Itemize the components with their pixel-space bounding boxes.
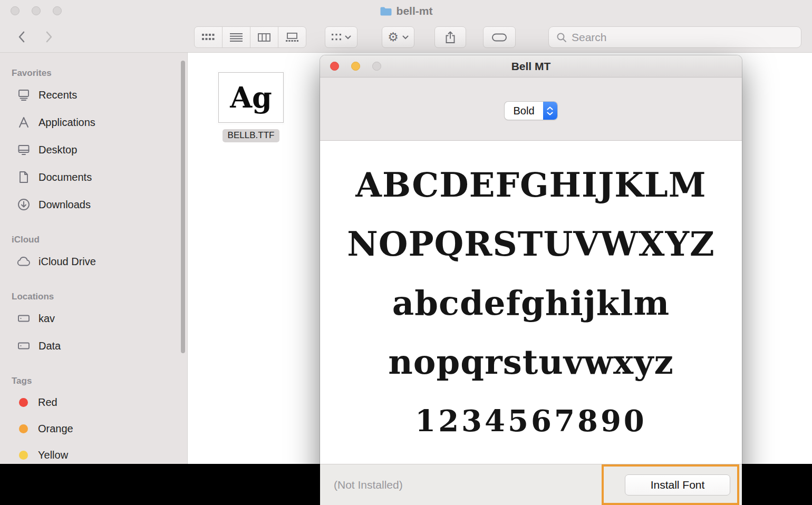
chevron-down-icon [345,35,351,40]
sidebar-item-recents[interactable]: Recents [0,81,187,109]
search-icon [556,32,567,43]
preview-line-lowercase-1: abcdefghijklm [320,273,742,332]
sidebar-tag-orange[interactable]: Orange [0,415,187,442]
tag-icon [492,33,507,42]
preview-line-numbers: 1234567890 [320,391,742,450]
sidebar-item-label: iCloud Drive [38,256,96,268]
recents-icon [17,88,31,102]
preview-line-uppercase-2: NOPQRSTUVWXYZ [320,214,742,273]
window-title: bell-mt [397,5,433,17]
section-title: Locations [0,289,187,305]
orange-tag-icon [19,424,28,433]
sidebar-item-label: Downloads [38,199,91,211]
font-window-toolbar: Bold [320,77,742,141]
desktop-icon [17,143,31,157]
column-view-button[interactable] [250,26,278,48]
preview-line-lowercase-2: nopqrstuvwxyz [320,332,742,391]
group-icon [332,34,341,41]
grid-view-icon [202,34,215,41]
sidebar-item-documents[interactable]: Documents [0,163,187,191]
gear-icon: ⚙ [388,31,399,43]
sidebar-section-favorites: Favorites Recents Applications Desktop [0,65,187,218]
sidebar-section-icloud: iCloud iCloud Drive [0,232,187,275]
icon-view-button[interactable] [194,26,223,48]
sidebar-item-kav[interactable]: kav [0,305,187,332]
install-font-button[interactable]: Install Font [625,474,730,496]
sidebar-item-label: Documents [38,171,92,183]
folder-icon [380,6,392,16]
thumbnail-glyphs: Ag [230,81,272,114]
group-button[interactable] [325,26,357,48]
font-window-titlebar: Bell MT [320,55,742,77]
documents-icon [17,170,31,184]
sidebar-item-label: Desktop [38,144,77,156]
search-field[interactable] [548,26,801,48]
gallery-view-icon [286,33,298,42]
sidebar-section-tags: Tags Red Orange Yellow [0,373,187,464]
finder-sidebar: Favorites Recents Applications Desktop [0,53,188,464]
back-button[interactable] [14,28,30,45]
sidebar-item-label: Yellow [38,449,68,461]
sidebar-item-data[interactable]: Data [0,332,187,360]
sidebar-section-locations: Locations kav Data [0,289,187,360]
sidebar-item-icloud-drive[interactable]: iCloud Drive [0,248,187,275]
sidebar-tag-red[interactable]: Red [0,389,187,415]
sidebar-scrollbar[interactable] [181,61,185,353]
list-view-icon [230,33,243,42]
disk-icon [17,312,31,325]
section-title: iCloud [0,232,187,248]
share-button[interactable] [434,26,466,48]
sidebar-item-label: Applications [38,116,95,129]
list-view-button[interactable] [222,26,250,48]
red-tag-icon [19,398,28,407]
action-button[interactable]: ⚙ [382,26,414,48]
sidebar-item-label: kav [38,313,55,325]
view-switcher [194,26,306,48]
sidebar-item-label: Recents [38,89,77,101]
cloud-icon [17,255,31,268]
gallery-view-button[interactable] [278,26,306,48]
sidebar-item-applications[interactable]: Applications [0,109,187,136]
font-preview-window: Bell MT Bold ABCDEFGHIJKLM NOPQRSTUVWXYZ… [320,55,742,505]
install-status-label: (Not Installed) [334,479,403,491]
share-icon [445,31,456,44]
window-title-area: bell-mt [0,4,812,18]
tags-button[interactable] [483,26,516,48]
finder-toolbar: bell-mt [0,0,812,53]
chevron-down-icon [402,35,409,40]
column-view-icon [258,33,270,42]
section-title: Tags [0,373,187,389]
font-preview-area: ABCDEFGHIJKLM NOPQRSTUVWXYZ abcdefghijkl… [320,141,742,464]
file-item[interactable]: Ag BELLB.TTF [214,72,288,142]
downloads-icon [17,198,31,211]
disk-icon [17,339,31,353]
sidebar-item-label: Data [38,340,61,352]
sidebar-item-label: Red [38,396,57,409]
sidebar-tag-yellow[interactable]: Yellow [0,442,187,464]
sidebar-item-downloads[interactable]: Downloads [0,191,187,218]
sidebar-item-desktop[interactable]: Desktop [0,136,187,163]
applications-icon [17,115,31,129]
file-name-label: BELLB.TTF [223,129,280,142]
font-file-thumbnail: Ag [218,72,284,123]
font-window-title: Bell MT [320,55,742,77]
style-dropdown[interactable]: Bold [505,102,557,120]
stepper-icon [543,102,557,120]
search-input[interactable] [572,31,794,44]
section-title: Favorites [0,65,187,81]
preview-line-uppercase-1: ABCDEFGHIJKLM [320,155,742,214]
sidebar-item-label: Orange [38,423,73,435]
forward-button[interactable] [41,28,57,45]
font-window-bottombar: (Not Installed) Install Font [320,464,742,505]
style-dropdown-value: Bold [505,102,543,120]
yellow-tag-icon [19,451,28,460]
